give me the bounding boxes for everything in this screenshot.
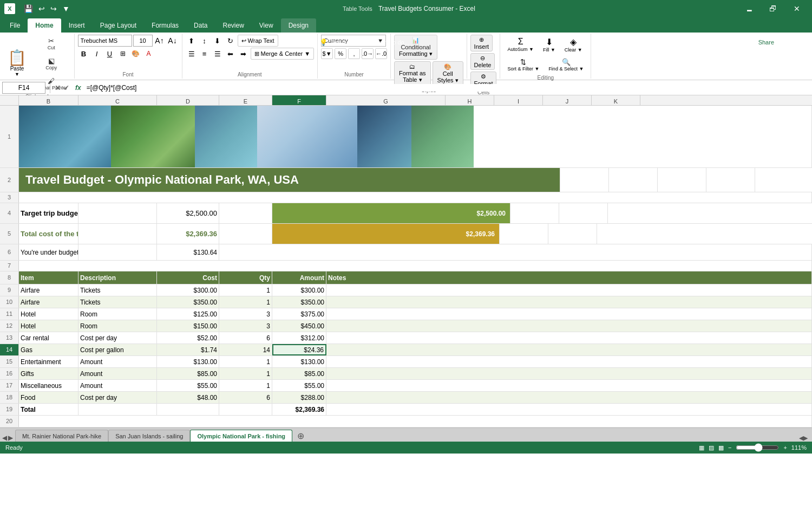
cell-i5[interactable] [548,224,597,244]
cell-rest6[interactable] [219,244,812,260]
zoom-out-button[interactable]: − [728,444,731,451]
cell-i4[interactable] [559,203,608,223]
cell-k2[interactable] [706,168,755,192]
percent-button[interactable]: % [335,48,346,59]
view-normal-button[interactable]: ▦ [699,444,704,451]
view-layout-button[interactable]: ▨ [709,444,714,451]
tab-scroll-right[interactable]: ▶ [8,434,13,442]
tab-scroll-left[interactable]: ◀ [2,434,7,442]
insert-button[interactable]: ⊕ Insert [470,35,493,51]
cell-h5[interactable] [500,224,548,244]
cell-d14[interactable]: $1.74 [157,344,219,355]
cell-d13[interactable]: $52.00 [157,332,219,344]
paste-button[interactable]: 📋 Paste ▼ [3,49,31,78]
cell-b14[interactable]: Gas [19,344,78,355]
cell-g13[interactable] [326,332,812,344]
redo-button[interactable]: ↪ [49,3,58,14]
view-break-button[interactable]: ▩ [718,444,724,451]
cell-f17[interactable]: $55.00 [272,380,326,391]
tab-view[interactable]: View [252,18,281,33]
cell-g12[interactable] [326,320,812,332]
cell-e12[interactable]: 3 [219,320,272,332]
cell-g15[interactable] [326,356,812,367]
cell-styles-button[interactable]: 🎨 Cell Styles ▾ [433,61,463,86]
cell-b9[interactable]: Airfare [19,284,78,296]
save-button[interactable]: 💾 [23,3,34,14]
cell-i2[interactable] [609,168,658,192]
align-right-button[interactable]: ☰ [212,48,224,60]
cell-e19[interactable] [219,404,272,415]
bold-button[interactable]: B [78,48,90,60]
tab-olympic[interactable]: Olympic National Park - fishing [190,430,292,442]
cell-f13[interactable]: $312.00 [272,332,326,344]
col-header-g[interactable]: G [326,95,446,105]
zoom-slider[interactable] [736,443,779,452]
cut-button[interactable]: ✂ Cut [32,35,71,53]
dec-inc-button[interactable]: .0→ [362,48,374,59]
cell-d5[interactable]: $2,369.36 [157,224,219,244]
align-top-button[interactable]: ⬆ [186,35,198,47]
cell-c8[interactable]: Description [78,271,157,284]
font-size-input[interactable] [133,35,153,47]
cell-h4[interactable] [510,203,559,223]
cell-b15[interactable]: Entertainment [19,356,78,367]
cell-c12[interactable]: Room [78,320,157,332]
cell-b6[interactable]: You're under budget by [19,244,78,260]
cell-f18[interactable]: $288.00 [272,392,326,403]
sum-button[interactable]: Σ AutoSum ▼ [503,35,537,55]
tab-home[interactable]: Home [28,18,61,33]
col-header-e[interactable]: E [219,95,272,105]
cell-c17[interactable]: Amount [78,380,157,391]
cell-g17[interactable] [326,380,812,391]
cell-e5[interactable] [219,224,272,244]
dec-dec-button[interactable]: ←.0 [375,48,387,59]
zoom-in-button[interactable]: + [783,444,787,451]
tab-page-layout[interactable]: Page Layout [93,18,144,33]
sheet-scroll-right[interactable]: ▶ [803,435,808,442]
cell-e10[interactable]: 1 [219,296,272,308]
col-header-c[interactable]: C [78,95,157,105]
cell-c16[interactable]: Amount [78,368,157,379]
tab-insert[interactable]: Insert [61,18,93,33]
cell-e14[interactable]: 14 [219,344,272,355]
italic-button[interactable]: I [91,48,103,60]
cell-b20[interactable] [19,416,812,427]
cell-j2[interactable] [658,168,706,192]
cell-b13[interactable]: Car rental [19,332,78,344]
cell-b8[interactable]: Item [19,271,78,284]
text-direction-button[interactable]: ↻ [225,35,237,47]
cell-d6[interactable]: $130.64 [157,244,219,260]
cell-g16[interactable] [326,368,812,379]
cell-f10[interactable]: $350.00 [272,296,326,308]
cell-f15[interactable]: $130.00 [272,356,326,367]
cell-d11[interactable]: $125.00 [157,308,219,320]
cell-d19[interactable] [157,404,219,415]
cell-h2[interactable] [560,168,609,192]
cell-e17[interactable]: 1 [219,380,272,391]
cell-c11[interactable]: Room [78,308,157,320]
col-header-k[interactable]: K [592,95,640,105]
restore-button[interactable]: 🗗 [762,0,784,17]
cell-f14[interactable]: $24.36 [272,344,326,355]
cell-g18[interactable] [326,392,812,403]
cell-g11[interactable] [326,308,812,320]
cell-d18[interactable]: $48.00 [157,392,219,403]
tab-mt-rainier[interactable]: Mt. Rainier National Park-hike [15,430,108,442]
cell-b10[interactable]: Airfare [19,296,78,308]
align-center-button[interactable]: ≡ [199,48,211,60]
cell-f11[interactable]: $375.00 [272,308,326,320]
cell-f4[interactable]: $2,500.00 [272,203,510,223]
cell-c4[interactable] [78,203,157,223]
cell-b11[interactable]: Hotel [19,308,78,320]
align-middle-button[interactable]: ↕ [199,35,211,47]
cell-g10[interactable] [326,296,812,308]
col-header-b[interactable]: B [19,95,78,105]
cell-d12[interactable]: $150.00 [157,320,219,332]
tab-data[interactable]: Data [186,18,215,33]
copy-button[interactable]: ⬕ Copy [32,55,71,73]
formula-input[interactable] [87,84,810,92]
cell-g14[interactable] [326,344,812,355]
cell-e16[interactable]: 1 [219,368,272,379]
cell-c13[interactable]: Cost per day [78,332,157,344]
name-box[interactable] [2,82,45,94]
